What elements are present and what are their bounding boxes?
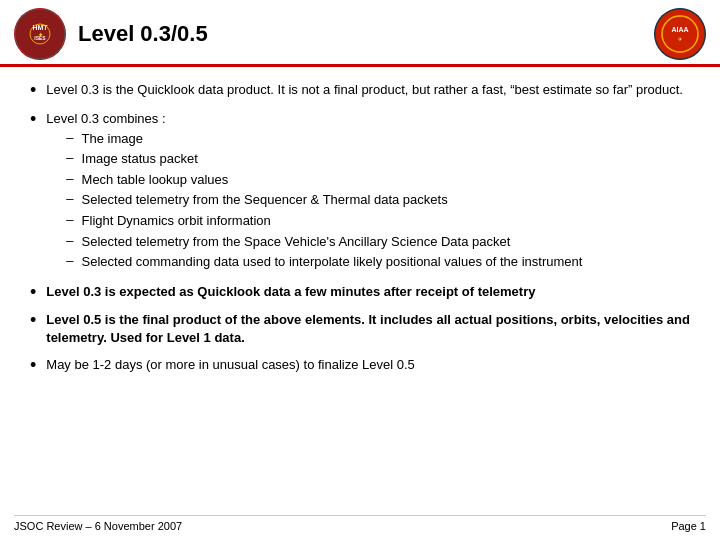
sub-item-3: – Selected telemetry from the Sequencer … (66, 191, 582, 209)
footer: JSOC Review – 6 November 2007 Page 1 (14, 515, 706, 532)
footer-left: JSOC Review – 6 November 2007 (14, 520, 182, 532)
bullet-item-3: • Level 0.3 is expected as Quicklook dat… (30, 283, 690, 304)
bullet-text-1: Level 0.3 is the Quicklook data product.… (46, 81, 683, 99)
sub-item-1: – Image status packet (66, 150, 582, 168)
bullet-text-2: Level 0.3 combines : (46, 111, 165, 126)
bullet-dot-5: • (30, 355, 36, 377)
sub-item-5: – Selected telemetry from the Space Vehi… (66, 233, 582, 251)
bullet-dot-3: • (30, 282, 36, 304)
bullet-item-1: • Level 0.3 is the Quicklook data produc… (30, 81, 690, 102)
bullet-item-5: • May be 1-2 days (or more in unusual ca… (30, 356, 690, 377)
logo-right: AIAA ✈ (654, 8, 706, 60)
logo-left: HMT ISES ✦ (14, 8, 66, 60)
bullet-text-3: Level 0.3 is expected as Quicklook data … (46, 283, 535, 301)
sub-item-6: – Selected commanding data used to inter… (66, 253, 582, 271)
bullet-text-5: May be 1-2 days (or more in unusual case… (46, 356, 415, 374)
sub-text-2: Mech table lookup values (82, 171, 229, 189)
sub-item-2: – Mech table lookup values (66, 171, 582, 189)
bullet-dot-1: • (30, 80, 36, 102)
svg-text:AIAA: AIAA (671, 26, 688, 33)
sub-list: – The image – Image status packet – Mech… (66, 130, 582, 271)
bullet-dot-4: • (30, 310, 36, 332)
bullet-item-4: • Level 0.5 is the final product of the … (30, 311, 690, 347)
sub-text-0: The image (82, 130, 143, 148)
sub-text-4: Flight Dynamics orbit information (82, 212, 271, 230)
bullet-text-4: Level 0.5 is the final product of the ab… (46, 311, 690, 347)
slide-title: Level 0.3/0.5 (66, 21, 654, 47)
slide: HMT ISES ✦ Level 0.3/0.5 AIAA ✈ • Level … (0, 0, 720, 540)
sub-item-0: – The image (66, 130, 582, 148)
sub-text-1: Image status packet (82, 150, 198, 168)
sub-item-4: – Flight Dynamics orbit information (66, 212, 582, 230)
bullet-item-2: • Level 0.3 combines : – The image – Ima… (30, 110, 690, 275)
sub-text-6: Selected commanding data used to interpo… (82, 253, 583, 271)
header: HMT ISES ✦ Level 0.3/0.5 AIAA ✈ (0, 0, 720, 67)
footer-right: Page 1 (671, 520, 706, 532)
bullet-dot-2: • (30, 109, 36, 131)
main-content: • Level 0.3 is the Quicklook data produc… (0, 67, 720, 394)
sub-text-5: Selected telemetry from the Space Vehicl… (82, 233, 511, 251)
sub-text-3: Selected telemetry from the Sequencer & … (82, 191, 448, 209)
svg-text:✦: ✦ (38, 32, 43, 38)
